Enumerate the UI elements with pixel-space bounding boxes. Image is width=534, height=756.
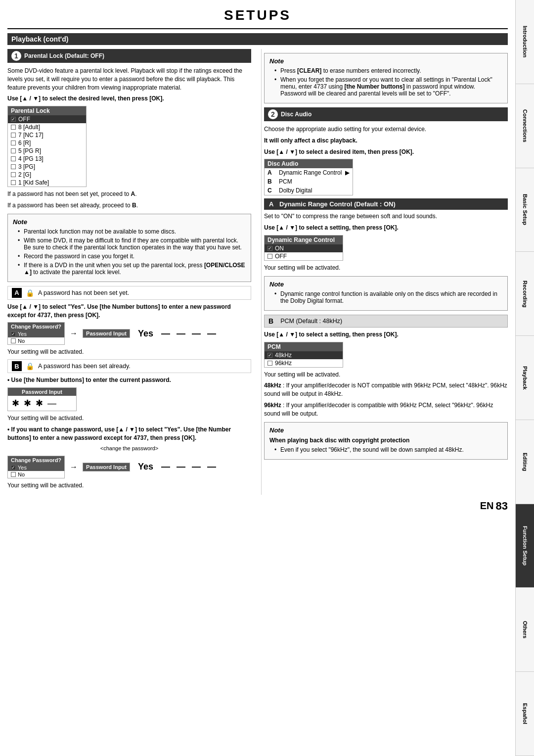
parental-row-7nc17[interactable]: 7 [NC 17]	[8, 131, 86, 139]
proceed-a-text: If a password has not been set yet, proc…	[7, 190, 129, 197]
block-a-text: A password has not been set yet.	[38, 289, 129, 296]
password-diagram-2: Change Password? ✓ Yes No →	[7, 456, 251, 478]
checkbox-off-drc	[267, 254, 272, 259]
right-tabs-panel: Introduction Connections Basic Setup Rec…	[515, 0, 534, 756]
tab-playback[interactable]: Playback	[516, 336, 534, 420]
disc-audio-label-b: B	[267, 178, 276, 185]
disc-audio-table: Disc Audio A Dynamic Range Control ▶ B P…	[264, 159, 353, 195]
parental-row-8adult[interactable]: 8 [Adult]	[8, 123, 86, 131]
note-item: Parental lock function may not be availa…	[18, 228, 246, 235]
yes-row-1[interactable]: ✓ Yes	[8, 331, 64, 337]
disc-audio-label-a: A	[267, 169, 276, 176]
pcm-table-header: PCM	[265, 342, 343, 351]
tab-editing[interactable]: Editing	[516, 420, 534, 504]
drc-note-item: Dynamic range control function is availa…	[274, 290, 502, 304]
disc-audio-label-c: C	[267, 187, 276, 194]
parental-row-3pg[interactable]: 3 [PG]	[8, 163, 86, 171]
change-pwd-box-2: Change Password? ✓ Yes No	[7, 456, 65, 478]
section2-bold-note: It will only affect a disc playback.	[264, 137, 508, 145]
pwd-input-box-2: Password Input	[83, 463, 130, 472]
parental-row-1kidsafe[interactable]: 1 [Kid Safe]	[8, 179, 86, 187]
copyright-note-list: Even if you select "96kHz", the sound wi…	[269, 446, 502, 453]
tab-basic-setup[interactable]: Basic Setup	[516, 168, 534, 252]
disc-audio-row-c[interactable]: C Dolby Digital	[265, 186, 353, 195]
parental-lock-header: Parental Lock	[8, 106, 86, 115]
a-label: A	[12, 288, 22, 298]
copyright-note-item: Even if you select "96kHz", the sound wi…	[274, 446, 502, 453]
yes-row-2[interactable]: ✓ Yes	[8, 464, 64, 471]
section-playback-header: Playback (cont'd)	[7, 33, 508, 45]
pwd-input-box-stars: Password Input ✱ ✱ ✱ —	[7, 387, 77, 411]
lock-icon-a: 🔒	[26, 289, 34, 297]
right-note-item-1: Press [CLEAR] to erase numbers entered i…	[274, 67, 502, 74]
copyright-bold-title: When playing back disc with copyright pr…	[269, 436, 502, 445]
parental-row-off[interactable]: ✓ OFF	[8, 115, 86, 123]
checkbox-no-2	[11, 472, 16, 477]
checkbox-48khz: ✓	[267, 353, 272, 358]
disc-audio-row-a[interactable]: A Dynamic Range Control ▶	[265, 168, 353, 177]
dynamic-range-off-row[interactable]: OFF	[265, 252, 343, 260]
khz-96-label: 96kHz	[264, 402, 281, 409]
section2-description: Choose the appropriate audio setting for…	[264, 125, 508, 134]
pcm-48khz-row[interactable]: ✓ 48kHz	[265, 351, 343, 359]
section1-title: Parental Lock (Default: OFF)	[24, 52, 104, 59]
change-instruction: • If you want to change password, use [▲…	[7, 425, 251, 442]
dynamic-range-banner-text: Dynamic Range Control (Default : ON)	[279, 200, 396, 208]
no-row-1[interactable]: No	[8, 337, 64, 344]
tab-espanol[interactable]: Español	[516, 672, 534, 756]
khz-48-label: 48kHz	[264, 382, 281, 389]
dynamic-range-note-box: Note Dynamic range control function is a…	[264, 276, 508, 311]
parental-row-6r[interactable]: 6 [R]	[8, 139, 86, 147]
section2-number: 2	[268, 109, 278, 119]
copyright-note-box: Note When playing back disc with copyrig…	[264, 422, 508, 460]
section1-header: 1 Parental Lock (Default: OFF)	[7, 49, 251, 63]
pwd-stars-wrapper: Password Input ✱ ✱ ✱ —	[7, 387, 251, 411]
pcm-section-banner: B PCM (Default : 48kHz)	[264, 315, 508, 328]
pcm-96khz-row[interactable]: 96kHz	[265, 359, 343, 367]
checkbox-yes-2: ✓	[11, 465, 16, 470]
instruction2: Use [▲ / ▼] to select "Yes". Use [the Nu…	[7, 303, 251, 320]
yes-text-1: Yes	[138, 329, 153, 339]
tab-connections[interactable]: Connections	[516, 84, 534, 168]
checkbox-96khz	[267, 361, 272, 366]
change-pwd-header-2: Change Password?	[8, 456, 64, 464]
checkbox-3pg	[11, 164, 16, 169]
checkbox-7nc17	[11, 133, 16, 138]
setting-activated-3: Your setting will be activated.	[7, 481, 251, 490]
pcm-banner-text: PCM (Default : 48kHz)	[280, 318, 342, 325]
page-number: 83	[496, 500, 508, 513]
copyright-note-title: Note	[269, 426, 502, 434]
disc-audio-row-b[interactable]: B PCM	[265, 177, 353, 186]
yes-text-2: Yes	[138, 462, 153, 472]
parental-row-4pg13[interactable]: 4 [PG 13]	[8, 155, 86, 163]
checkbox-on: ✓	[267, 246, 272, 251]
note-item: If there is a DVD in the unit when you s…	[18, 262, 246, 276]
block-a-no-password: A 🔒 A password has not been set yet.	[7, 286, 251, 300]
checkbox-5pgr	[11, 148, 16, 153]
pwd-input-header-2: Password Input	[83, 463, 130, 471]
page-title: SETUPS	[7, 7, 508, 23]
tab-function-setup[interactable]: Function Setup	[516, 504, 534, 588]
parental-row-5pgr[interactable]: 5 [PG R]	[8, 147, 86, 155]
pcm-b-label: B	[268, 317, 273, 325]
tab-introduction[interactable]: Introduction	[516, 0, 534, 84]
b-label: B	[12, 361, 22, 371]
dynamic-range-description: Set to "ON" to compress the range betwee…	[264, 212, 508, 221]
tab-recording[interactable]: Recording	[516, 252, 534, 336]
setting-activated-pcm: Your setting will be activated.	[264, 371, 508, 379]
section1-number: 1	[11, 51, 21, 61]
dynamic-range-instruction: Use [▲ / ▼] to select a setting, then pr…	[264, 224, 508, 232]
no-row-2[interactable]: No	[8, 471, 64, 478]
dynamic-range-on-row[interactable]: ✓ ON	[265, 244, 343, 252]
pwd-stars: ✱ ✱ ✱ —	[8, 396, 76, 411]
right-note-list: Press [CLEAR] to erase numbers entered i…	[269, 67, 502, 97]
dynamic-range-a-label: A	[269, 200, 273, 208]
checkbox-8adult	[11, 125, 16, 130]
right-note-box: Note Press [CLEAR] to erase numbers ente…	[264, 53, 508, 103]
enter-password-instruction: • Use [the Number buttons] to enter the …	[7, 376, 251, 384]
pwd-input-header-stars: Password Input	[8, 388, 76, 396]
disc-audio-header: Disc Audio	[265, 159, 353, 168]
parental-row-2g[interactable]: 2 [G]	[8, 171, 86, 179]
page-number-area: EN 83	[7, 500, 508, 513]
tab-others[interactable]: Others	[516, 588, 534, 672]
